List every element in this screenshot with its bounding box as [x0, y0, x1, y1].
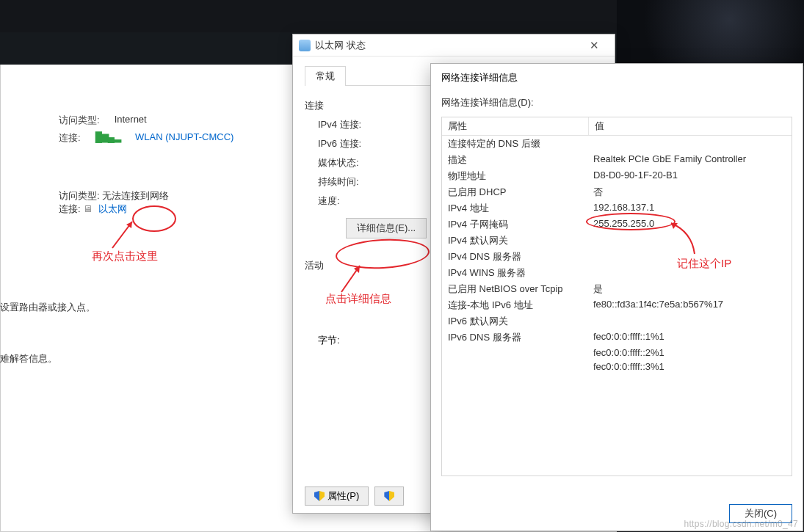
- connection-label: 连接:: [59, 203, 81, 214]
- network-info-wlan: 访问类型: Internet 连接: █▆▄▂ WLAN (NJUPT-CMCC…: [59, 114, 233, 149]
- details-button[interactable]: 详细信息(E)...: [346, 218, 427, 238]
- annotation-text-3: 记住这个IP: [677, 257, 731, 271]
- secondary-button[interactable]: [374, 487, 404, 506]
- property-cell: IPv4 默认网关: [442, 234, 589, 247]
- ipv6-conn-label: IPv6 连接:: [305, 137, 393, 150]
- value-cell: D8-D0-90-1F-20-B1: [589, 170, 682, 183]
- property-cell: IPv4 地址: [442, 202, 589, 215]
- table-row[interactable]: 连接-本地 IPv6 地址fe80::fd3a:1f4c:7e5a:b567%1…: [442, 297, 792, 313]
- value-cell: 255.255.255.0: [589, 218, 659, 231]
- connection-label: 连接:: [59, 131, 81, 145]
- value-cell: 192.168.137.1: [589, 202, 659, 215]
- property-cell: 物理地址: [442, 170, 589, 183]
- access-type-value: Internet: [115, 114, 147, 127]
- help-text-2: 难解答信息。: [0, 352, 57, 365]
- table-row[interactable]: fec0:0:0:ffff::3%1: [442, 360, 792, 374]
- property-cell: IPv4 DNS 服务器: [442, 250, 589, 263]
- media-label: 媒体状态:: [305, 156, 393, 170]
- value-cell: [589, 137, 598, 150]
- network-info-ethernet: 访问类型: 无法连接到网络 连接: 🖥 以太网: [59, 189, 169, 216]
- value-cell: fec0:0:0:ffff::3%1: [589, 361, 669, 372]
- value-cell: 否: [589, 186, 607, 199]
- speed-label: 速度:: [305, 194, 393, 208]
- value-cell: Realtek PCIe GbE Family Controller: [589, 153, 750, 167]
- table-row[interactable]: 已启用 NetBIOS over Tcpip是: [442, 281, 792, 297]
- value-cell: 是: [589, 283, 607, 296]
- property-cell: 已启用 NetBIOS over Tcpip: [442, 283, 589, 296]
- property-cell: [442, 347, 589, 358]
- table-row[interactable]: 描述Realtek PCIe GbE Family Controller: [442, 152, 792, 168]
- wlan-connection-link[interactable]: WLAN (NJUPT-CMCC): [135, 131, 233, 145]
- access-type-label: 访问类型:: [59, 190, 100, 201]
- value-cell: [589, 234, 598, 247]
- shield-icon: [384, 491, 394, 501]
- ethernet-connection-link[interactable]: 以太网: [98, 203, 127, 214]
- table-row[interactable]: IPv6 默认网关: [442, 313, 792, 329]
- property-cell: IPv6 DNS 服务器: [442, 331, 589, 344]
- value-cell: [589, 266, 598, 280]
- access-type-label: 访问类型:: [59, 114, 100, 127]
- table-row[interactable]: IPv4 子网掩码255.255.255.0: [442, 216, 792, 233]
- adapter-icon: [299, 40, 311, 51]
- dialog-titlebar[interactable]: 以太网 状态 ✕: [293, 34, 615, 57]
- property-cell: 描述: [442, 153, 589, 167]
- column-property[interactable]: 属性: [442, 117, 589, 135]
- value-cell: fec0:0:0:ffff::1%1: [589, 331, 669, 344]
- connection-details-dialog: 网络连接详细信息 网络连接详细信息(D): 属性 值 连接特定的 DNS 后缀描…: [430, 63, 803, 531]
- details-table: 属性 值 连接特定的 DNS 后缀描述Realtek PCIe GbE Fami…: [441, 117, 792, 476]
- dialog-title: 以太网 状态: [315, 39, 579, 52]
- property-cell: 连接特定的 DNS 后缀: [442, 137, 589, 150]
- shield-icon: [314, 491, 325, 501]
- properties-button[interactable]: 属性(P): [305, 487, 369, 506]
- properties-button-label: 属性(P): [327, 489, 359, 503]
- table-row[interactable]: 已启用 DHCP否: [442, 184, 792, 200]
- table-row[interactable]: IPv4 地址192.168.137.1: [442, 200, 792, 216]
- value-cell: fe80::fd3a:1f4c:7e5a:b567%17: [589, 299, 728, 312]
- access-type-value: 无法连接到网络: [102, 190, 169, 201]
- tab-general[interactable]: 常规: [305, 66, 346, 86]
- bytes-label: 字节:: [318, 334, 340, 347]
- table-row[interactable]: IPv6 DNS 服务器fec0:0:0:ffff::1%1: [442, 329, 792, 346]
- property-cell: 连接-本地 IPv6 地址: [442, 299, 589, 312]
- details-caption: 网络连接详细信息(D):: [441, 96, 792, 109]
- value-cell: fec0:0:0:ffff::2%1: [589, 347, 669, 358]
- table-row[interactable]: IPv4 默认网关: [442, 233, 792, 249]
- property-cell: IPv4 WINS 服务器: [442, 266, 589, 280]
- annotation-text-2: 点击详细信息: [325, 292, 391, 306]
- property-cell: IPv6 默认网关: [442, 315, 589, 328]
- background-strip: [617, 0, 804, 66]
- column-value[interactable]: 值: [589, 117, 610, 135]
- value-cell: [589, 315, 598, 328]
- ethernet-icon: 🖥: [83, 203, 93, 214]
- table-row[interactable]: fec0:0:0:ffff::2%1: [442, 346, 792, 360]
- details-dialog-title: 网络连接详细信息: [431, 64, 803, 84]
- value-cell: [589, 250, 598, 263]
- details-rows: 连接特定的 DNS 后缀描述Realtek PCIe GbE Family Co…: [442, 136, 792, 374]
- property-cell: IPv4 子网掩码: [442, 218, 589, 231]
- wifi-signal-icon: █▆▄▂: [95, 131, 120, 145]
- help-text-1: 设置路由器或接入点。: [0, 301, 95, 314]
- property-cell: [442, 361, 589, 372]
- table-row[interactable]: 连接特定的 DNS 后缀: [442, 136, 792, 152]
- watermark: https://blog.csdn.net/m0_47: [684, 519, 798, 529]
- table-row[interactable]: 物理地址D8-D0-90-1F-20-B1: [442, 168, 792, 184]
- close-icon[interactable]: ✕: [579, 39, 609, 52]
- ipv4-conn-label: IPv4 连接:: [305, 118, 393, 131]
- table-row[interactable]: IPv4 DNS 服务器: [442, 249, 792, 265]
- property-cell: 已启用 DHCP: [442, 186, 589, 199]
- duration-label: 持续时间:: [305, 175, 393, 189]
- table-row[interactable]: IPv4 WINS 服务器: [442, 265, 792, 281]
- annotation-text-1: 再次点击这里: [92, 249, 158, 263]
